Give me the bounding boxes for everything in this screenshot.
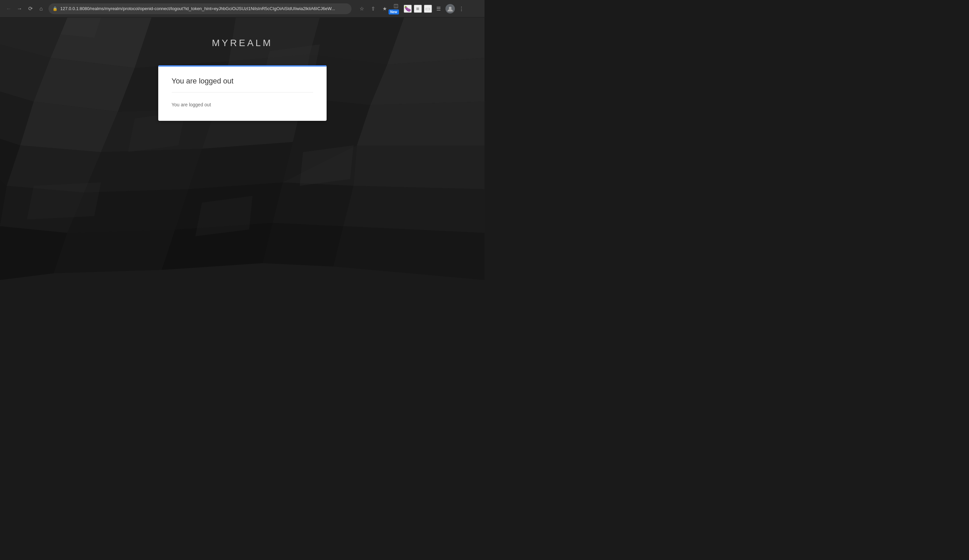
browser-actions: ☆ ⇧ ★ ◫ New 🍆 ■ ▭ ☰ ⋮ <box>357 1 466 17</box>
bookmark-button[interactable]: ☆ <box>357 4 366 13</box>
home-button[interactable]: ⌂ <box>37 4 46 13</box>
profile-avatar[interactable] <box>445 4 455 13</box>
card-body: You are logged out You are logged out <box>158 66 326 121</box>
svg-point-0 <box>449 7 451 10</box>
svg-marker-30 <box>273 183 353 226</box>
logout-card-title: You are logged out <box>172 77 313 93</box>
back-button[interactable]: ← <box>4 4 13 13</box>
realm-title: MYREALM <box>212 38 272 48</box>
fox-extension-icon[interactable]: 🍆 <box>404 5 412 13</box>
address-bar[interactable] <box>60 6 348 11</box>
share-button[interactable]: ⇧ <box>368 4 378 13</box>
svg-marker-31 <box>343 186 484 233</box>
logout-card: You are logged out You are logged out <box>158 65 326 121</box>
lock-icon: 🔒 <box>53 7 58 11</box>
nav-buttons: ← → ⟳ ⌂ <box>4 4 46 13</box>
browser-chrome: ← → ⟳ ⌂ 🔒 ☆ ⇧ ★ ◫ New 🍆 ■ ▭ ☰ ⋮ <box>0 0 484 18</box>
svg-marker-41 <box>27 183 101 219</box>
svg-marker-23 <box>188 142 293 189</box>
forward-button[interactable]: → <box>15 4 24 13</box>
svg-marker-25 <box>353 145 484 189</box>
page-content: MYREALM You are logged out You are logge… <box>0 18 484 280</box>
svg-marker-33 <box>54 229 175 273</box>
new-badge: New <box>388 10 399 15</box>
page-inner: MYREALM You are logged out You are logge… <box>0 18 484 121</box>
svg-marker-35 <box>263 223 343 266</box>
menu-button[interactable]: ⋮ <box>457 4 466 13</box>
svg-marker-22 <box>84 149 202 193</box>
logout-card-message: You are logged out <box>172 102 313 107</box>
star-button[interactable]: ★ <box>380 4 389 13</box>
extensions-button[interactable]: ▭ <box>424 5 432 13</box>
address-bar-container[interactable]: 🔒 <box>48 3 351 14</box>
new-tab-button[interactable]: ◫ <box>391 1 401 10</box>
reload-button[interactable]: ⟳ <box>26 4 35 13</box>
sidebar-button[interactable]: ☰ <box>434 4 443 13</box>
notion-extension-icon[interactable]: ■ <box>414 5 422 13</box>
